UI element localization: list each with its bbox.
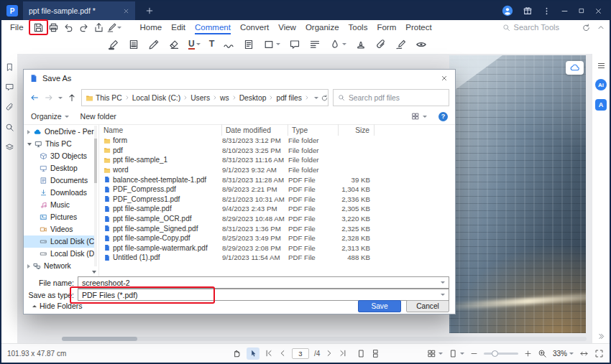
zoom-out-button[interactable]: [470, 350, 478, 358]
tree-scroll-down-arrow[interactable]: [92, 266, 96, 275]
tab-close-icon[interactable]: [123, 8, 129, 14]
zoom-in-button[interactable]: [524, 350, 532, 358]
redo-button[interactable]: [76, 21, 91, 34]
last-page-button[interactable]: [339, 349, 347, 358]
stamps-panel-icon[interactable]: [5, 143, 14, 152]
tab-convert[interactable]: Convert: [240, 20, 269, 34]
strikethrough-tool[interactable]: T: [209, 39, 215, 49]
next-page-button[interactable]: [325, 349, 334, 358]
brush-tool-button[interactable]: [106, 21, 121, 34]
tree-item-network[interactable]: Network: [24, 260, 97, 272]
file-row[interactable]: ppt file-sample_Signed.pdf8/31/2023 1:36…: [100, 223, 455, 233]
file-name-dropdown-caret[interactable]: [441, 281, 445, 284]
column-header-date[interactable]: Date modified: [222, 124, 288, 136]
properties-panel-icon[interactable]: [597, 61, 606, 70]
account-avatar[interactable]: [502, 5, 513, 17]
forward-button[interactable]: [44, 93, 54, 103]
file-row[interactable]: ppt file-sample.pdf9/4/2023 2:43 PMPDF F…: [100, 204, 455, 214]
tree-item-3d-objects[interactable]: 3D Objects: [24, 150, 97, 162]
column-header-name[interactable]: Name: [100, 124, 222, 136]
recent-locations-caret[interactable]: [58, 97, 63, 99]
tab-tools[interactable]: Tools: [349, 20, 368, 34]
previous-page-button[interactable]: [278, 349, 287, 358]
cancel-dialog-button[interactable]: Cancel: [406, 300, 449, 312]
breadcrumb-desktop[interactable]: Desktop: [239, 94, 267, 102]
ink-tool[interactable]: [329, 39, 346, 50]
file-row[interactable]: balance-sheet-template-1.pdf8/31/2023 11…: [100, 174, 455, 185]
cloud-upload-button[interactable]: [566, 61, 584, 75]
file-menu[interactable]: File: [10, 23, 24, 32]
horizontal-scrollbar[interactable]: [62, 337, 587, 341]
scrollbar-thumb[interactable]: [62, 337, 137, 341]
search-tools[interactable]: Search Tools: [502, 23, 559, 32]
sync-icon[interactable]: [582, 23, 591, 32]
page-fit-button[interactable]: [449, 349, 464, 358]
bookmarks-panel-icon[interactable]: [5, 62, 14, 72]
file-row[interactable]: ppt file-sample_OCR.pdf8/29/2023 10:48 A…: [100, 214, 455, 224]
tree-item-videos[interactable]: Videos: [24, 223, 97, 235]
address-bar[interactable]: This PC Local Disk (C:) Users ws Desktop…: [81, 89, 329, 106]
hide-folders-button[interactable]: Hide Folders: [32, 302, 83, 310]
save-button[interactable]: [31, 21, 46, 34]
gift-icon[interactable]: [523, 6, 533, 16]
more-menu-icon[interactable]: [542, 6, 551, 16]
file-row[interactable]: PDF_Compress.pdf8/9/2023 2:21 PMPDF File…: [100, 185, 455, 195]
print-button[interactable]: [46, 21, 61, 34]
save-dialog-button[interactable]: Save: [358, 300, 401, 312]
comment-list-tool[interactable]: [309, 39, 321, 50]
collapse-right-rail[interactable]: [592, 332, 610, 340]
file-row[interactable]: word9/1/2023 9:32 AMFile folder: [100, 165, 455, 175]
ai-assistant-icon[interactable]: Ai: [595, 79, 607, 90]
breadcrumb-pdf-files[interactable]: pdf files: [276, 94, 302, 102]
file-row[interactable]: ppt file-sample-watermark.pdf8/29/2023 2…: [100, 243, 455, 253]
eraser-tool[interactable]: [168, 39, 180, 50]
tree-scrollbar-thumb[interactable]: [94, 139, 97, 183]
change-view-button[interactable]: [411, 112, 427, 121]
tab-organize[interactable]: Organize: [306, 20, 339, 34]
up-button[interactable]: [67, 93, 77, 103]
tree-item-documents[interactable]: Documents: [24, 174, 97, 187]
save-type-dropdown-caret[interactable]: [441, 294, 445, 296]
breadcrumb-local-disk[interactable]: Local Disk (C:): [132, 94, 181, 102]
hand-tool-icon[interactable]: [231, 348, 242, 358]
attachments-panel-icon[interactable]: [5, 103, 14, 112]
current-page-input[interactable]: 3: [292, 348, 309, 359]
translate-panel-icon[interactable]: A: [595, 99, 607, 111]
shapes-tool[interactable]: [263, 39, 280, 50]
zoom-level-select[interactable]: 33%: [553, 350, 574, 358]
area-highlight-tool[interactable]: [128, 39, 139, 50]
tab-view[interactable]: View: [278, 20, 296, 34]
text-comment-tool[interactable]: [289, 39, 300, 50]
column-header-size[interactable]: Size: [339, 124, 375, 136]
collapse-toolbar-icon[interactable]: [597, 23, 605, 32]
sticky-note-tool[interactable]: [243, 39, 254, 50]
thumbnail-view-button[interactable]: [427, 349, 443, 358]
refresh-icon[interactable]: [321, 94, 329, 102]
search-panel-icon[interactable]: [5, 123, 14, 132]
single-page-view-icon[interactable]: [357, 349, 366, 358]
tree-item-desktop[interactable]: Desktop: [24, 162, 97, 174]
tab-form[interactable]: Form: [377, 20, 396, 34]
breadcrumb-ws[interactable]: ws: [220, 94, 229, 102]
export-button[interactable]: [91, 21, 106, 34]
first-page-button[interactable]: [265, 349, 273, 358]
address-dropdown-caret[interactable]: [314, 97, 318, 99]
breadcrumb-this-pc[interactable]: This PC: [96, 94, 122, 102]
zoom-slider-knob[interactable]: [492, 350, 498, 357]
new-folder-button[interactable]: New folder: [81, 112, 116, 121]
file-row[interactable]: Untitled (1).pdf9/1/2023 11:54 AMPDF Fil…: [100, 253, 455, 263]
file-name-input[interactable]: screenshoot-2: [78, 276, 449, 289]
tree-item-pictures[interactable]: Pictures: [24, 211, 97, 223]
maximize-button[interactable]: [578, 7, 585, 14]
breadcrumb-users[interactable]: Users: [190, 94, 210, 102]
file-row[interactable]: form8/31/2023 3:12 PMFile folder: [100, 136, 455, 146]
highlight-tool[interactable]: [108, 39, 119, 50]
eye-tool[interactable]: [415, 39, 427, 50]
minimize-button[interactable]: [561, 7, 569, 15]
tree-item-this-pc[interactable]: This PC: [24, 138, 97, 150]
tab-edit[interactable]: Edit: [171, 20, 185, 34]
comments-panel-icon[interactable]: [5, 83, 14, 92]
fullscreen-icon[interactable]: [594, 349, 604, 358]
close-button[interactable]: [594, 7, 602, 15]
squiggly-tool[interactable]: [223, 39, 234, 50]
